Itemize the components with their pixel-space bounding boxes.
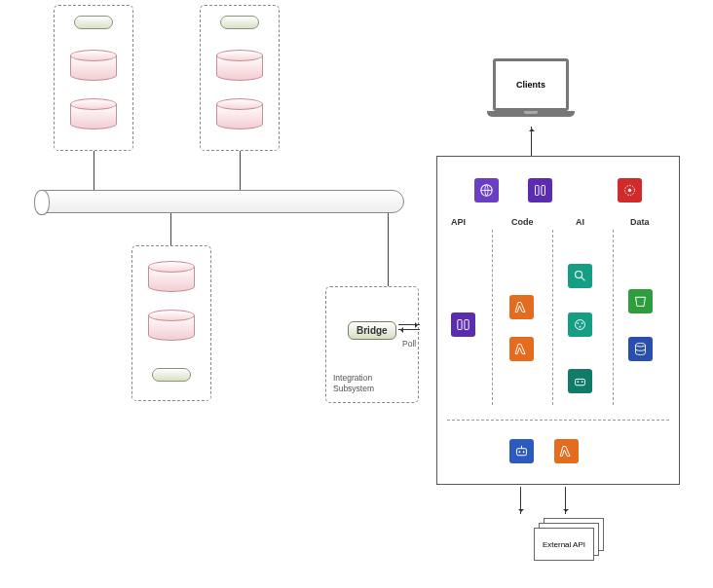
lambda-icon — [509, 295, 534, 319]
col-api: API — [451, 217, 466, 227]
svg-point-11 — [580, 326, 582, 328]
svg-rect-16 — [517, 449, 527, 456]
svg-rect-2 — [542, 186, 545, 196]
node-group-1 — [54, 5, 133, 151]
svg-point-10 — [582, 322, 583, 324]
col-code: Code — [511, 217, 534, 227]
bridge-arrows — [398, 320, 420, 334]
svg-rect-5 — [458, 320, 462, 330]
lambda-icon — [509, 337, 534, 361]
connector — [94, 151, 94, 190]
col-sep — [552, 230, 553, 405]
message-bus — [34, 190, 404, 213]
database-icon — [216, 98, 263, 129]
col-data: Data — [630, 217, 650, 227]
svg-rect-1 — [536, 186, 540, 196]
clients-label: Clients — [516, 80, 545, 90]
col-ai: AI — [576, 217, 584, 227]
database-icon — [148, 261, 195, 292]
external-api-stack: External API — [534, 518, 604, 559]
external-api-label: External API — [543, 540, 585, 549]
connector — [170, 213, 171, 245]
database-icon — [70, 50, 117, 81]
bug-icon — [618, 178, 642, 202]
integration-label: Integration Subsystem — [333, 373, 374, 394]
integration-line1: Integration — [333, 373, 372, 383]
database-icon — [216, 50, 263, 81]
lambda-icon — [554, 439, 579, 463]
integration-line2: Subsystem — [333, 384, 374, 393]
database-icon — [70, 98, 117, 129]
poll-label: Poll — [402, 339, 416, 349]
globe-icon — [474, 178, 499, 202]
node-pill — [220, 16, 259, 29]
svg-point-8 — [576, 320, 585, 330]
services-container: API Code AI Data — [436, 156, 680, 485]
node-pill — [74, 16, 113, 29]
arrow-down — [565, 487, 566, 514]
svg-point-13 — [578, 381, 580, 383]
h-separator — [447, 420, 669, 421]
node-pill — [152, 368, 191, 382]
robot-icon — [509, 439, 534, 463]
col-sep — [492, 230, 493, 405]
svg-rect-6 — [465, 320, 469, 330]
search-icon — [568, 264, 592, 288]
connector — [240, 151, 241, 190]
svg-rect-12 — [576, 379, 585, 385]
api-icon — [451, 312, 475, 337]
api-gateway-icon — [528, 178, 552, 202]
connector — [388, 213, 389, 286]
svg-point-17 — [518, 451, 520, 453]
ml-icon — [568, 369, 592, 393]
bridge-label: Bridge — [348, 321, 396, 340]
svg-point-7 — [576, 272, 582, 278]
svg-point-15 — [636, 343, 646, 347]
database-icon — [148, 310, 195, 341]
clients-laptop: Clients — [487, 58, 575, 117]
node-group-2 — [200, 5, 280, 151]
svg-point-4 — [628, 189, 632, 193]
svg-point-9 — [578, 322, 580, 324]
svg-point-18 — [523, 451, 525, 453]
bucket-icon — [628, 289, 653, 313]
dbstack-icon — [628, 337, 653, 361]
brain-icon — [568, 312, 592, 337]
svg-point-14 — [582, 381, 583, 383]
arrow-to-clients — [531, 127, 532, 156]
arrow-down — [520, 487, 521, 514]
col-sep — [613, 230, 614, 405]
node-group-3 — [131, 245, 211, 401]
